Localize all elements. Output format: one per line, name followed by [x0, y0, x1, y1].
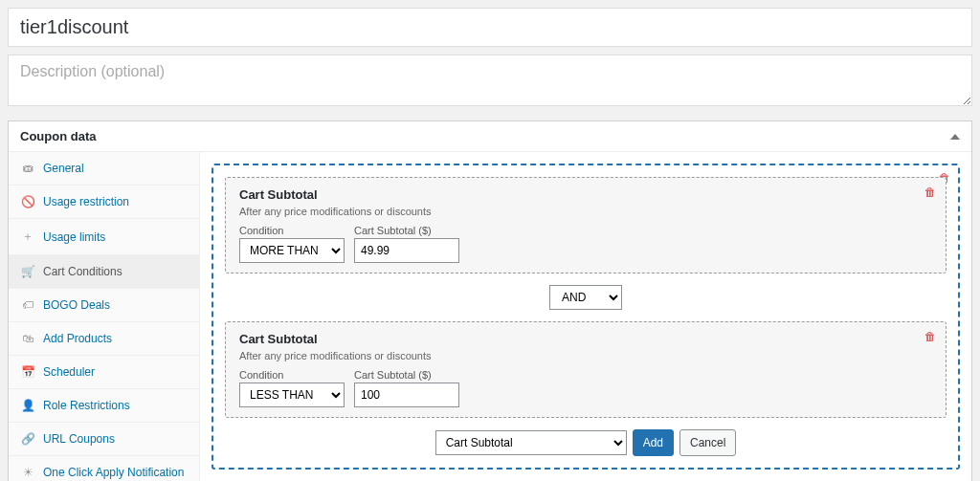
collapse-icon[interactable] [950, 134, 960, 140]
condition-card: 🗑 Cart Subtotal After any price modifica… [225, 177, 947, 273]
trash-icon[interactable]: 🗑 [924, 186, 936, 199]
tab-label: Role Restrictions [43, 399, 130, 412]
tab-scheduler[interactable]: 📅Scheduler [9, 356, 199, 389]
link-icon: 🔗 [20, 432, 35, 446]
condition-card: 🗑 Cart Subtotal After any price modifica… [225, 321, 947, 418]
condition-group: 🗑 🗑 Cart Subtotal After any price modifi… [212, 164, 960, 470]
tab-label: URL Coupons [43, 432, 115, 446]
coupon-data-panel: Coupon data 🎟General 🚫Usage restriction … [8, 120, 972, 481]
tab-content: 🗑 🗑 Cart Subtotal After any price modifi… [200, 152, 971, 481]
amount-input[interactable] [354, 238, 459, 263]
condition-type-select[interactable]: Cart Subtotal [435, 430, 627, 455]
description-textarea[interactable] [8, 55, 972, 106]
calendar-icon: 📅 [20, 365, 35, 379]
tab-label: Scheduler [43, 365, 95, 379]
condition-operator-select[interactable]: LESS THAN [239, 383, 345, 407]
tab-label: Usage limits [43, 230, 105, 244]
cancel-button[interactable]: Cancel [679, 429, 736, 456]
tab-label: Usage restriction [43, 195, 129, 208]
tab-general[interactable]: 🎟General [9, 152, 199, 186]
amount-label: Cart Subtotal ($) [354, 369, 459, 381]
tab-usage-restriction[interactable]: 🚫Usage restriction [9, 186, 199, 219]
amount-label: Cart Subtotal ($) [354, 225, 459, 236]
tab-add-products[interactable]: 🛍Add Products [9, 322, 199, 356]
panel-title: Coupon data [20, 129, 96, 143]
tab-one-click-apply[interactable]: ☀One Click Apply Notification [9, 456, 199, 481]
condition-operator-select[interactable]: MORE THAN [239, 238, 345, 263]
tab-cart-conditions[interactable]: 🛒Cart Conditions [9, 255, 199, 289]
amount-input[interactable] [354, 383, 459, 407]
ticket-icon: 🎟 [20, 162, 35, 175]
condition-subtitle: After any price modifications or discoun… [239, 206, 932, 217]
tab-bogo-deals[interactable]: 🏷BOGO Deals [9, 289, 199, 322]
settings-tabs: 🎟General 🚫Usage restriction ＋Usage limit… [9, 152, 200, 481]
tab-label: BOGO Deals [43, 298, 110, 312]
tab-label: General [43, 162, 84, 175]
coupon-title-input[interactable] [8, 8, 972, 47]
condition-title: Cart Subtotal [239, 332, 932, 346]
trash-icon[interactable]: 🗑 [924, 330, 936, 343]
condition-label: Condition [239, 225, 345, 236]
tab-label: Add Products [43, 332, 112, 345]
logic-operator-select[interactable]: AND [549, 285, 622, 310]
panel-header: Coupon data [9, 121, 971, 152]
tab-url-coupons[interactable]: 🔗URL Coupons [9, 423, 199, 456]
tab-usage-limits[interactable]: ＋Usage limits [9, 219, 199, 255]
cart-icon: 🛒 [20, 265, 35, 278]
bell-icon: ☀ [20, 466, 35, 479]
condition-label: Condition [239, 369, 345, 381]
plus-icon: ＋ [20, 229, 35, 245]
tag-icon: 🏷 [20, 298, 35, 312]
condition-subtitle: After any price modifications or discoun… [239, 350, 932, 361]
bag-icon: 🛍 [20, 332, 35, 345]
tab-label: One Click Apply Notification [43, 466, 184, 479]
condition-title: Cart Subtotal [239, 187, 932, 202]
tab-role-restrictions[interactable]: 👤Role Restrictions [9, 389, 199, 423]
tab-label: Cart Conditions [43, 265, 122, 278]
user-icon: 👤 [20, 399, 35, 412]
ban-icon: 🚫 [20, 195, 35, 208]
add-button[interactable]: Add [633, 429, 674, 456]
